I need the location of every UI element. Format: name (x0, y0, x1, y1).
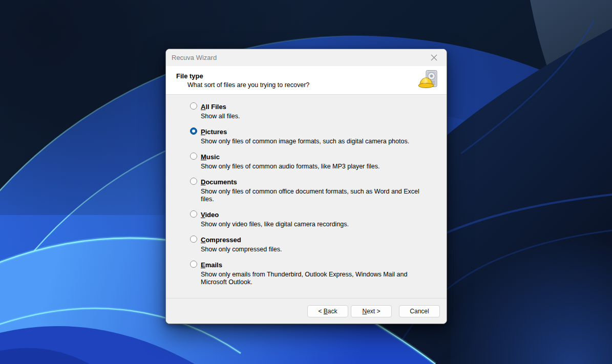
back-button[interactable]: < Back (307, 305, 348, 317)
file-type-option[interactable]: Compressed Show only compressed files. (190, 235, 439, 253)
dialog-titlebar[interactable]: Recuva Wizard (166, 49, 447, 66)
close-icon (431, 54, 437, 61)
next-button[interactable]: Next > (351, 305, 392, 317)
option-description: Show only emails from Thunderbird, Outlo… (201, 271, 432, 286)
option-description: Show only video files, like digital came… (201, 221, 349, 228)
file-type-options: All Files Show all files. Pictures Show … (166, 95, 447, 298)
option-label: Compressed (201, 236, 241, 244)
radio-documents[interactable] (190, 178, 197, 185)
option-description: Show only compressed files. (201, 246, 282, 253)
option-label: Video (201, 211, 219, 219)
option-description: Show only files of common audio formats,… (201, 163, 379, 170)
radio-video[interactable] (190, 210, 197, 218)
file-type-option[interactable]: Music Show only files of common audio fo… (190, 152, 439, 170)
desktop: Recuva Wizard File type What sort of fil… (0, 0, 612, 364)
radio-compressed[interactable] (190, 235, 197, 243)
radio-emails[interactable] (190, 261, 197, 268)
file-type-option[interactable]: All Files Show all files. (190, 102, 439, 120)
cancel-button[interactable]: Cancel (399, 305, 440, 317)
option-description: Show all files. (201, 113, 240, 120)
option-label: Documents (201, 178, 237, 186)
file-type-option[interactable]: Emails Show only emails from Thunderbird… (190, 260, 439, 286)
close-button[interactable] (426, 51, 441, 65)
option-label: Pictures (201, 128, 227, 136)
option-label: All Files (201, 103, 226, 111)
file-type-option[interactable]: Pictures Show only files of common image… (190, 127, 439, 145)
option-label: Emails (201, 261, 222, 269)
page-title: File type (176, 72, 418, 80)
radio-music[interactable] (190, 153, 197, 160)
option-label: Music (201, 153, 220, 161)
page-subtitle: What sort of files are you trying to rec… (187, 81, 418, 89)
option-description: Show only files of common office documen… (201, 188, 432, 203)
radio-all-files[interactable] (190, 102, 197, 110)
file-type-option[interactable]: Video Show only video files, like digita… (190, 210, 439, 228)
recuva-wizard-dialog: Recuva Wizard File type What sort of fil… (165, 49, 447, 324)
wizard-header: File type What sort of files are you try… (166, 66, 447, 95)
file-type-option[interactable]: Documents Show only files of common offi… (190, 177, 439, 203)
option-description: Show only files of common image formats,… (201, 138, 409, 145)
dialog-title: Recuva Wizard (172, 54, 426, 61)
wizard-footer: < Back Next > Cancel (166, 298, 447, 324)
recuva-icon (418, 70, 439, 91)
radio-pictures[interactable] (190, 127, 197, 135)
